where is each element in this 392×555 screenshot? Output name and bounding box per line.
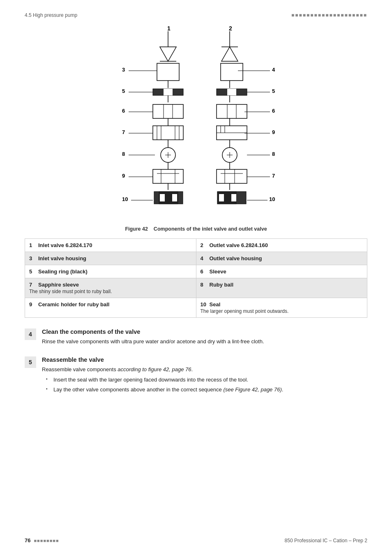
table-cell-right: 8Ruby ball <box>196 278 367 298</box>
header: 4.5 High pressure pump ■■■■■■■■■■■■■■■■■… <box>25 12 367 18</box>
step-4-body: Rinse the valve components with ultra pu… <box>42 338 367 346</box>
table-cell-right: 10SealThe larger opening must point outw… <box>196 298 367 318</box>
svg-rect-12 <box>157 63 179 81</box>
footer-dots: ■■■■■■■■ <box>34 538 59 543</box>
table-row: 1Inlet valve 6.2824.1702Outlet valve 6.2… <box>25 239 367 252</box>
svg-rect-89 <box>219 194 224 201</box>
step-5-bullets: Insert the seal with the larger opening … <box>42 376 367 393</box>
part-num: 3 <box>29 255 36 261</box>
step-4-number: 4 <box>25 328 36 340</box>
bullet-item: Insert the seal with the larger opening … <box>46 376 367 384</box>
svg-text:4: 4 <box>272 67 275 73</box>
header-dots: ■■■■■■■■■■■■■■■■■■■■ <box>291 12 367 18</box>
svg-text:7: 7 <box>122 129 125 135</box>
part-label: Inlet valve 6.2824.170 <box>38 242 92 248</box>
table-cell-right: 6Sleeve <box>196 265 367 278</box>
footer-left: 76 ■■■■■■■■ <box>25 537 59 543</box>
svg-text:10: 10 <box>269 196 275 202</box>
footer: 76 ■■■■■■■■ 850 Professional IC – Cation… <box>25 537 367 543</box>
table-row: 9Ceramic holder for ruby ball10SealThe l… <box>25 298 367 318</box>
table-cell-right: 2Outlet valve 6.2824.160 <box>196 239 367 252</box>
svg-rect-33 <box>217 104 247 118</box>
part-num: 6 <box>201 268 207 275</box>
table-row: 7Sapphire sleeveThe shiny side must poin… <box>25 278 367 298</box>
part-num: 2 <box>201 242 207 248</box>
part-label: Inlet valve housing <box>38 255 86 261</box>
svg-text:7: 7 <box>272 173 275 179</box>
svg-text:6: 6 <box>122 108 125 114</box>
svg-marker-4 <box>160 47 176 61</box>
bullet-item: Lay the other valve components above ano… <box>46 386 367 394</box>
step-5-number: 5 <box>25 356 36 368</box>
svg-rect-67 <box>153 169 183 183</box>
svg-text:2: 2 <box>229 25 232 32</box>
svg-rect-28 <box>153 104 183 118</box>
diagram-svg: 1 2 3 4 <box>89 22 303 224</box>
part-label: Ruby ball <box>210 282 234 288</box>
table-cell-right: 4Outlet valve housing <box>196 252 367 265</box>
svg-rect-86 <box>172 194 177 201</box>
figure-area: 1 2 3 4 <box>25 22 367 232</box>
table-row: 5Sealing ring (black)6Sleeve <box>25 265 367 278</box>
part-label: Seal <box>210 301 221 308</box>
part-label: Sleeve <box>210 268 226 275</box>
part-num: 4 <box>201 255 207 261</box>
page: 4.5 High pressure pump ■■■■■■■■■■■■■■■■■… <box>0 0 392 555</box>
table-cell-left: 3Inlet valve housing <box>25 252 196 265</box>
step-5-content: Reassemble the valve Reassemble valve co… <box>42 356 367 395</box>
parts-table: 1Inlet valve 6.2824.1702Outlet valve 6.2… <box>25 238 367 318</box>
part-label: Outlet valve 6.2824.160 <box>210 242 268 248</box>
svg-text:5: 5 <box>272 88 275 94</box>
table-cell-left: 1Inlet valve 6.2824.170 <box>25 239 196 252</box>
svg-rect-85 <box>160 194 165 201</box>
footer-right: 850 Professional IC – Cation – Prep 2 <box>285 538 367 543</box>
table-cell-left: 5Sealing ring (black) <box>25 265 196 278</box>
svg-text:9: 9 <box>272 129 275 135</box>
svg-rect-90 <box>231 194 236 201</box>
part-num: 9 <box>29 301 36 308</box>
svg-text:8: 8 <box>122 151 125 157</box>
svg-text:10: 10 <box>122 196 128 202</box>
part-sub: The larger opening must point outwards. <box>201 308 363 314</box>
table-row: 3Inlet valve housing4Outlet valve housin… <box>25 252 367 265</box>
svg-text:3: 3 <box>122 67 125 73</box>
part-num: 1 <box>29 242 36 248</box>
part-sub: The shiny side must point to ruby ball. <box>29 289 192 294</box>
svg-text:6: 6 <box>272 108 275 114</box>
part-num: 8 <box>201 282 207 288</box>
step-5-body: Reassemble valve components according to… <box>42 365 367 374</box>
part-label: Ceramic holder for ruby ball <box>38 301 109 308</box>
page-number: 76 <box>25 537 30 543</box>
svg-text:8: 8 <box>272 151 275 157</box>
table-cell-left: 9Ceramic holder for ruby ball <box>25 298 196 318</box>
svg-text:5: 5 <box>122 88 125 94</box>
part-num: 5 <box>29 268 36 275</box>
svg-text:1: 1 <box>167 25 171 32</box>
table-cell-left: 7Sapphire sleeveThe shiny side must poin… <box>25 278 196 298</box>
step-4-content: Clean the components of the valve Rinse … <box>42 328 367 348</box>
step-4-block: 4 Clean the components of the valve Rins… <box>25 328 367 348</box>
figure-title: Components of the inlet valve and outlet… <box>154 226 267 232</box>
svg-rect-40 <box>153 126 183 140</box>
part-num: 10 <box>201 301 207 308</box>
svg-marker-6 <box>221 47 238 61</box>
header-section: 4.5 High pressure pump <box>25 12 77 18</box>
part-label: Outlet valve housing <box>210 255 262 261</box>
svg-rect-19 <box>164 89 173 95</box>
svg-rect-73 <box>217 169 247 183</box>
svg-rect-13 <box>221 63 243 81</box>
step-5-block: 5 Reassemble the valve Reassemble valve … <box>25 356 367 395</box>
part-label: Sealing ring (black) <box>38 268 88 275</box>
figure-number: Figure 42 <box>125 226 148 232</box>
figure-caption: Figure 42 Components of the inlet valve … <box>125 226 267 232</box>
svg-rect-23 <box>227 89 236 95</box>
part-label: Sapphire sleeve <box>38 282 79 288</box>
part-num: 7 <box>29 282 36 288</box>
step-5-title: Reassemble the valve <box>42 356 367 363</box>
svg-text:9: 9 <box>122 173 125 179</box>
step-4-title: Clean the components of the valve <box>42 328 367 335</box>
